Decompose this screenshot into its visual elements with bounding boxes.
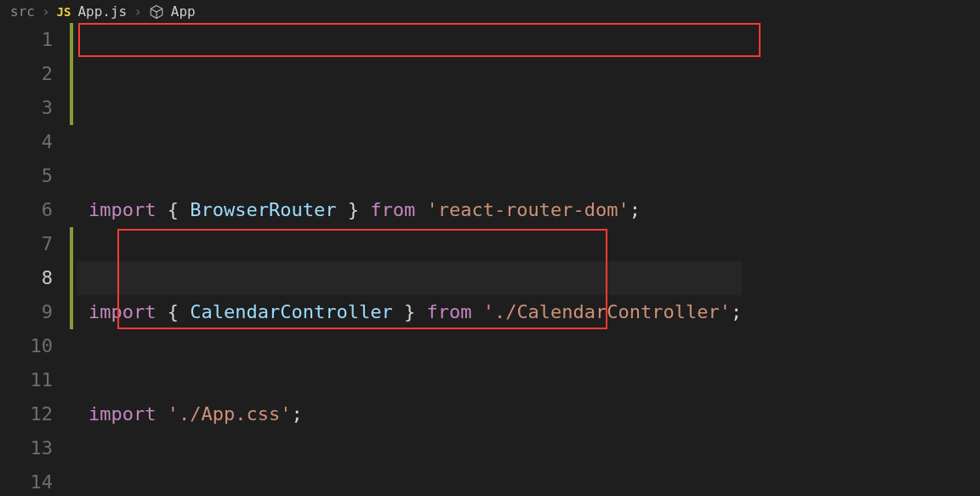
active-line-highlight — [77, 261, 742, 295]
highlight-box — [78, 23, 761, 57]
breadcrumb[interactable]: src › JS App.js › App — [0, 0, 980, 23]
line-number: 13 — [0, 431, 53, 465]
line-number: 10 — [0, 329, 53, 363]
breadcrumb-symbol[interactable]: App — [171, 3, 196, 20]
breadcrumb-folder[interactable]: src — [10, 3, 35, 20]
line-number: 3 — [0, 91, 53, 125]
editor-area[interactable]: 1 2 3 4 5 6 7 8 9 10 11 12 13 14 import … — [0, 23, 980, 496]
line-number: 2 — [0, 57, 53, 91]
line-number: 4 — [0, 125, 53, 159]
cube-icon — [149, 4, 164, 20]
js-file-icon: JS — [57, 5, 71, 19]
line-number: 11 — [0, 363, 53, 397]
code-line[interactable]: import './App.css'; — [88, 397, 742, 431]
chevron-right-icon: › — [134, 3, 142, 20]
line-number: 7 — [0, 227, 53, 261]
modification-bar — [70, 23, 77, 496]
line-number: 8 — [0, 261, 53, 295]
line-number: 14 — [0, 465, 53, 496]
breadcrumb-file[interactable]: App.js — [77, 3, 127, 20]
code-line[interactable]: import { BrowserRouter } from 'react-rou… — [88, 193, 742, 227]
chevron-right-icon: › — [42, 3, 50, 20]
line-number: 6 — [0, 193, 53, 227]
line-number-gutter: 1 2 3 4 5 6 7 8 9 10 11 12 13 14 — [0, 23, 70, 496]
code-area[interactable]: import { BrowserRouter } from 'react-rou… — [77, 23, 742, 496]
line-number: 9 — [0, 295, 53, 329]
line-number: 1 — [0, 23, 53, 57]
line-number: 12 — [0, 397, 53, 431]
line-number: 5 — [0, 159, 53, 193]
code-line[interactable]: import { CalendarController } from './Ca… — [88, 295, 742, 329]
